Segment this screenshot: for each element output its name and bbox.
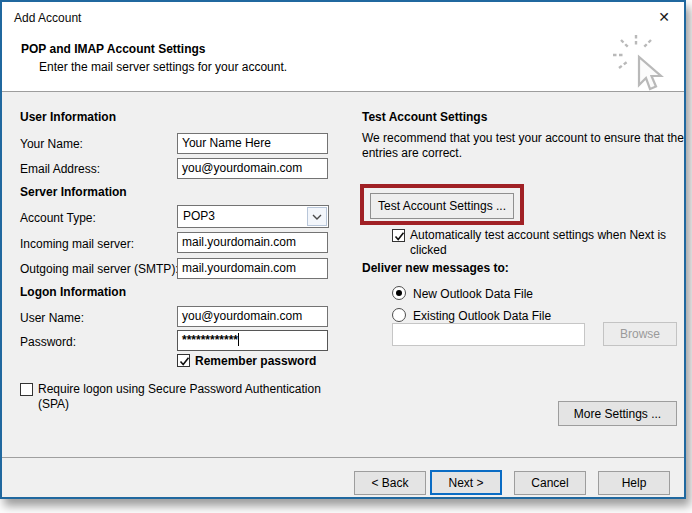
data-file-path-input[interactable] [392,323,585,346]
page-title: POP and IMAP Account Settings [21,42,205,56]
outgoing-server-input[interactable]: mail.yourdomain.com [177,258,328,279]
radio-existing-data-file[interactable] [392,308,406,322]
test-account-settings-button[interactable]: Test Account Settings ... [370,193,514,219]
user-name-label: User Name: [20,311,84,325]
outgoing-server-label: Outgoing mail server (SMTP): [20,262,179,276]
section-test-account-settings: Test Account Settings [362,110,487,124]
incoming-server-value: mail.yourdomain.com [182,235,296,249]
cancel-button[interactable]: Cancel [514,471,586,495]
radio-new-data-file-label: New Outlook Data File [413,287,533,301]
remember-password-label: Remember password [195,354,316,368]
user-name-value: you@yourdomain.com [182,309,302,323]
spa-label: Require logon using Secure Password Auth… [38,382,350,412]
more-settings-button[interactable]: More Settings ... [558,401,677,426]
auto-test-label: Automatically test account settings when… [410,228,672,258]
account-type-dropdown[interactable]: POP3 [177,205,329,228]
section-server-information: Server Information [20,185,127,199]
checkmark-icon [178,355,191,368]
wizard-header: POP and IMAP Account Settings Enter the … [2,32,684,92]
sparkle-cursor-icon [610,34,676,92]
title-bar[interactable]: Add Account ✕ [2,2,684,32]
add-account-dialog: Add Account ✕ POP and IMAP Account Setti… [0,0,686,499]
your-name-input[interactable]: Your Name Here [177,133,328,154]
section-logon-information: Logon Information [20,285,126,299]
your-name-label: Your Name: [20,137,83,151]
back-button[interactable]: < Back [354,471,426,495]
spa-checkbox[interactable] [20,383,33,396]
email-address-label: Email Address: [20,162,100,176]
deliver-heading: Deliver new messages to: [362,261,509,275]
auto-test-checkbox[interactable] [392,229,405,242]
text-caret [238,333,239,346]
radio-selected-dot [396,290,402,296]
radio-new-data-file[interactable] [392,286,406,300]
password-label: Password: [20,335,76,349]
footer-divider [2,457,684,458]
incoming-server-label: Incoming mail server: [20,237,134,251]
checkmark-icon [393,230,406,243]
page-subtitle: Enter the mail server settings for your … [39,60,287,74]
password-input[interactable]: ************ [177,330,328,351]
screenshot-canvas: Add Account ✕ POP and IMAP Account Setti… [0,0,692,513]
close-icon[interactable]: ✕ [654,7,674,27]
help-button[interactable]: Help [598,471,670,495]
email-address-value: you@yourdomain.com [182,161,302,175]
next-button[interactable]: Next > [430,470,502,495]
account-type-value: POP3 [183,209,215,223]
incoming-server-input[interactable]: mail.yourdomain.com [177,232,328,253]
your-name-value: Your Name Here [182,136,271,150]
test-description: We recommend that you test your account … [362,131,688,161]
account-type-label: Account Type: [20,211,96,225]
outgoing-server-value: mail.yourdomain.com [182,261,296,275]
email-address-input[interactable]: you@yourdomain.com [177,158,328,179]
radio-existing-data-file-label: Existing Outlook Data File [413,309,551,323]
browse-button[interactable]: Browse [603,322,677,346]
chevron-down-icon[interactable] [307,207,327,226]
window-title: Add Account [14,11,81,25]
section-user-information: User Information [20,110,116,124]
password-value: ************ [182,333,238,347]
remember-password-checkbox[interactable] [177,354,190,367]
user-name-input[interactable]: you@yourdomain.com [177,306,328,327]
